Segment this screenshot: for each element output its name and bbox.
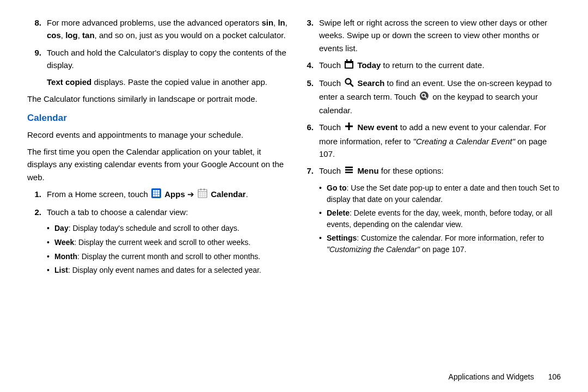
svg-rect-20	[346, 63, 352, 68]
menu-goto: Go to: Use the Set date pop-up to enter …	[319, 182, 561, 205]
plus-icon	[344, 121, 354, 134]
footer-section: Applications and Widgets	[449, 372, 534, 381]
list-item-3: 3. Swipe left or right across the screen…	[299, 16, 561, 54]
svg-rect-21	[346, 59, 348, 62]
item-9-subtext: Text copied displays. Paste the copied v…	[47, 76, 289, 88]
list-item-8: 8. For more advanced problems, use the a…	[27, 16, 289, 42]
left-column: 8. For more advanced problems, use the a…	[22, 16, 294, 381]
item-number: 5.	[299, 77, 314, 117]
section-heading-calendar: Calendar	[27, 111, 289, 125]
apps-icon	[151, 188, 161, 201]
item-body: Touch Today to return to the current dat…	[319, 59, 561, 72]
svg-rect-29	[345, 126, 353, 127]
svg-rect-5	[155, 192, 157, 194]
item-body: Touch a tab to choose a calendar view:	[47, 206, 289, 218]
search-icon	[344, 77, 354, 90]
list-item-4: 4. Touch Today to return to the current …	[299, 59, 561, 72]
item-body: From a Home screen, touch Apps ➔ Calenda…	[47, 188, 289, 201]
item-number: 8.	[27, 16, 41, 42]
view-week: Week: Display the current week and scrol…	[47, 237, 289, 249]
menu-icon	[344, 165, 354, 178]
item-body: Touch Search to find an event. Use the o…	[319, 77, 561, 117]
item-number: 6.	[299, 121, 314, 160]
svg-rect-30	[345, 167, 353, 168]
svg-rect-4	[153, 192, 155, 194]
svg-rect-7	[153, 194, 155, 197]
list-item-6: 6. Touch New event to add a new event to…	[299, 121, 561, 160]
today-icon	[344, 59, 354, 72]
menu-options-list: Go to: Use the Set date pop-up to enter …	[319, 182, 561, 255]
list-item-5: 5. Touch Search to find an event. Use th…	[299, 77, 561, 117]
item-number: 2.	[27, 206, 41, 218]
svg-line-24	[350, 83, 353, 86]
page-footer: Applications and Widgets 106	[449, 372, 561, 381]
item-number: 3.	[299, 16, 314, 54]
svg-rect-8	[155, 194, 157, 197]
list-item-1: 1. From a Home screen, touch Apps ➔ Cale…	[27, 188, 289, 201]
svg-rect-9	[158, 194, 160, 197]
footer-page-number: 106	[548, 372, 561, 381]
svg-rect-6	[158, 192, 160, 194]
svg-rect-17	[200, 188, 201, 190]
menu-delete: Delete: Delete events for the day, week,…	[319, 207, 561, 230]
view-day: Day: Display today's schedule and scroll…	[47, 223, 289, 235]
item-body: Touch and hold the Calculator's display …	[47, 46, 289, 72]
item-body: Touch Menu for these options:	[319, 164, 561, 178]
calendar-desc-2: The first time you open the Calendar app…	[27, 145, 289, 183]
calendar-icon	[198, 188, 207, 201]
item-number: 4.	[299, 59, 314, 72]
item-body: For more advanced problems, use the adva…	[47, 16, 289, 42]
svg-rect-31	[345, 169, 353, 171]
search-circle-icon	[419, 91, 429, 104]
calendar-views-list: Day: Display today's schedule and scroll…	[47, 223, 289, 277]
view-list: List: Display only event names and dates…	[47, 265, 289, 277]
calendar-desc-1: Record events and appointments to manage…	[27, 128, 289, 141]
view-month: Month: Display the current month and scr…	[47, 251, 289, 263]
list-item-7: 7. Touch Menu for these options:	[299, 164, 561, 178]
landscape-note: The Calculator functions similarly in la…	[27, 93, 289, 105]
svg-point-25	[420, 91, 428, 100]
list-item-9: 9. Touch and hold the Calculator's displ…	[27, 46, 289, 72]
svg-rect-2	[155, 190, 157, 192]
right-column: 3. Swipe left or right across the screen…	[294, 16, 566, 381]
svg-rect-1	[153, 190, 155, 192]
svg-rect-18	[204, 188, 205, 190]
menu-settings: Settings: Customize the calendar. For mo…	[319, 232, 561, 255]
item-number: 7.	[299, 164, 314, 178]
item-body: Swipe left or right across the screen to…	[319, 16, 561, 54]
list-item-2: 2. Touch a tab to choose a calendar view…	[27, 206, 289, 218]
svg-rect-22	[351, 59, 352, 62]
item-number: 1.	[27, 188, 41, 201]
svg-rect-32	[345, 171, 353, 173]
svg-rect-3	[158, 190, 160, 192]
item-number: 9.	[27, 46, 41, 72]
item-body: Touch New event to add a new event to yo…	[319, 121, 561, 160]
